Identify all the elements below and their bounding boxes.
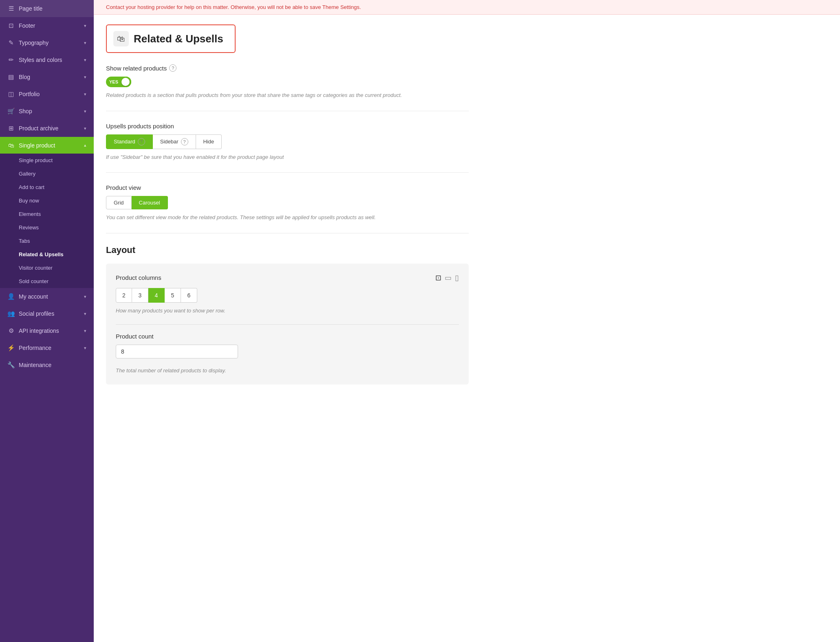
columns-6-button[interactable]: 6 [181, 288, 197, 303]
view-note: You can set different view mode for the … [106, 213, 469, 222]
sidebar-item-styles-colors[interactable]: ✏ Styles and colors ▾ [0, 51, 94, 68]
columns-button-group: 2 3 4 5 6 [116, 288, 459, 303]
chevron-down-icon: ▾ [84, 311, 86, 317]
show-related-toggle[interactable]: YES [106, 77, 131, 87]
sidebar-item-label: Footer [19, 22, 35, 29]
columns-note: How many products you want to show per r… [116, 307, 459, 315]
view-grid-button[interactable]: Grid [106, 196, 132, 209]
divider-1 [106, 111, 469, 111]
chevron-down-icon: ▾ [84, 294, 86, 299]
sidebar-item-api-integrations[interactable]: ⚙ API integrations ▾ [0, 322, 94, 339]
section-header-card: 🛍 Related & Upsells [106, 24, 236, 53]
layout-section: Layout Product columns ⊡ ▭ ▯ 2 3 [106, 245, 469, 385]
alert-message: Contact your hosting provider for help o… [106, 4, 361, 10]
sidebar-item-blog[interactable]: ▤ Blog ▾ [0, 68, 94, 86]
sidebar-sub-item-tabs[interactable]: Tabs [0, 234, 94, 248]
social-icon: 👥 [7, 310, 15, 317]
toggle-knob-area [121, 77, 131, 87]
sidebar-sub-item-single-product[interactable]: Single product [0, 154, 94, 167]
desktop-icon[interactable]: ⊡ [435, 273, 441, 282]
sidebar-help-icon[interactable]: ? [181, 138, 188, 145]
sidebar-item-footer[interactable]: ⊡ Footer ▾ [0, 17, 94, 34]
sidebar-item-label: API integrations [19, 328, 59, 334]
sidebar-item-single-product[interactable]: 🛍 Single product ▴ [0, 137, 94, 154]
sidebar-item-label: Styles and colors [19, 57, 62, 63]
sidebar-sub-item-gallery[interactable]: Gallery [0, 167, 94, 180]
view-button-group: Grid Carousel [106, 196, 469, 209]
sidebar-item-page-title[interactable]: ☰ Page title [0, 0, 94, 17]
position-button-group: Standard ? Sidebar ? Hide [106, 134, 469, 149]
sidebar-item-portfolio[interactable]: ◫ Portfolio ▾ [0, 86, 94, 103]
chevron-down-icon: ▾ [84, 40, 86, 46]
sidebar-sub-item-elements[interactable]: Elements [0, 207, 94, 221]
columns-5-button[interactable]: 5 [165, 288, 181, 303]
sidebar-item-label: Product archive [19, 125, 58, 132]
page-title-icon: ☰ [7, 5, 15, 12]
sidebar-item-product-archive[interactable]: ⊞ Product archive ▾ [0, 120, 94, 137]
chevron-down-icon: ▾ [84, 75, 86, 80]
divider-2 [106, 172, 469, 173]
chevron-down-icon: ▾ [84, 328, 86, 334]
sidebar-sub-item-buy-now[interactable]: Buy now [0, 194, 94, 207]
alert-bar: Contact your hosting provider for help o… [94, 0, 840, 15]
main-content: Contact your hosting provider for help o… [94, 0, 840, 642]
tablet-icon[interactable]: ▭ [445, 273, 452, 282]
position-standard-button[interactable]: Standard ? [106, 134, 153, 149]
sidebar-item-label: My account [19, 293, 48, 300]
sidebar-item-label: Maintenance [19, 362, 51, 368]
view-carousel-button[interactable]: Carousel [132, 196, 168, 209]
mobile-icon[interactable]: ▯ [455, 273, 459, 282]
chevron-down-icon: ▾ [84, 23, 86, 29]
sidebar-item-label: Blog [19, 74, 30, 80]
sidebar-item-typography[interactable]: ✎ Typography ▾ [0, 34, 94, 51]
position-sidebar-button[interactable]: Sidebar ? [153, 134, 196, 149]
position-hide-button[interactable]: Hide [196, 134, 222, 149]
sidebar-item-label: Performance [19, 345, 51, 351]
layout-inner-divider [116, 324, 459, 325]
sidebar-item-maintenance[interactable]: 🔧 Maintenance [0, 356, 94, 374]
chevron-down-icon: ▾ [84, 92, 86, 97]
device-icons: ⊡ ▭ ▯ [435, 273, 459, 282]
typography-icon: ✎ [7, 39, 15, 46]
content-area: 🛍 Related & Upsells Show related product… [94, 15, 485, 412]
blog-icon: ▤ [7, 73, 15, 81]
api-icon: ⚙ [7, 327, 15, 334]
standard-help-icon[interactable]: ? [138, 138, 145, 145]
show-related-description: Related products is a section that pulls… [106, 91, 469, 99]
product-count-input[interactable] [116, 345, 238, 358]
sidebar-sub-item-related-upsells[interactable]: Related & Upsells [0, 248, 94, 261]
sidebar-sub-item-add-to-cart[interactable]: Add to cart [0, 180, 94, 194]
product-view-section: Product view Grid Carousel You can set d… [106, 184, 469, 222]
my-account-icon: 👤 [7, 293, 15, 300]
product-count-note: The total number of related products to … [116, 367, 459, 375]
portfolio-icon: ◫ [7, 90, 15, 98]
sidebar-item-social-profiles[interactable]: 👥 Social profiles ▾ [0, 305, 94, 322]
chevron-down-icon: ▾ [84, 57, 86, 63]
divider-3 [106, 233, 469, 233]
chevron-down-icon: ▾ [84, 126, 86, 131]
sidebar-item-performance[interactable]: ⚡ Performance ▾ [0, 339, 94, 356]
upsells-position-section: Upsells products position Standard ? Sid… [106, 123, 469, 161]
columns-4-button[interactable]: 4 [148, 288, 165, 303]
sidebar-item-label: Portfolio [19, 91, 40, 97]
performance-icon: ⚡ [7, 344, 15, 352]
columns-3-button[interactable]: 3 [132, 288, 148, 303]
product-count-label: Product count [116, 333, 459, 340]
show-related-help-icon[interactable]: ? [169, 64, 176, 72]
single-product-submenu: Single product Gallery Add to cart Buy n… [0, 154, 94, 288]
shop-icon: 🛒 [7, 108, 15, 115]
sidebar-sub-item-reviews[interactable]: Reviews [0, 221, 94, 234]
show-related-label: Show related products ? [106, 64, 469, 72]
bag-icon: 🛍 [113, 31, 129, 46]
sidebar-item-label: Shop [19, 108, 32, 114]
sidebar-item-shop[interactable]: 🛒 Shop ▾ [0, 103, 94, 120]
columns-2-button[interactable]: 2 [116, 288, 132, 303]
chevron-up-icon: ▴ [84, 143, 86, 148]
sidebar-sub-item-sold-counter[interactable]: Sold counter [0, 275, 94, 288]
toggle-yes-label: YES [106, 78, 121, 86]
page-title: Related & Upsells [134, 33, 223, 45]
sidebar-sub-item-visitor-counter[interactable]: Visitor counter [0, 261, 94, 275]
sidebar-item-label: Typography [19, 40, 49, 46]
sidebar-item-my-account[interactable]: 👤 My account ▾ [0, 288, 94, 305]
product-columns-header: Product columns ⊡ ▭ ▯ [116, 273, 459, 282]
